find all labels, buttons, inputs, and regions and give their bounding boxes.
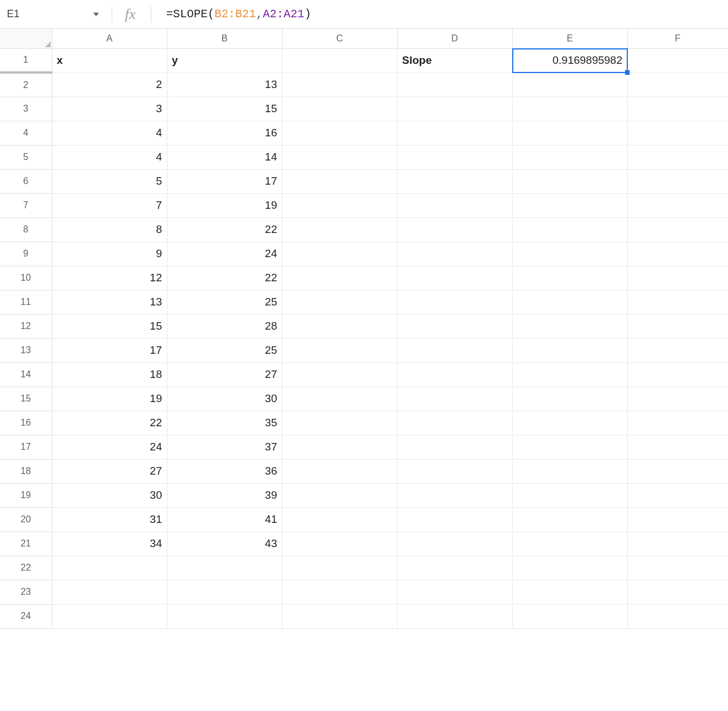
cell-C22[interactable] — [282, 556, 397, 580]
cell-F16[interactable] — [627, 411, 728, 435]
cell-D8[interactable] — [397, 217, 512, 242]
row-header-8[interactable]: 8 — [0, 217, 52, 242]
cell-A21[interactable]: 34 — [52, 532, 167, 556]
cell-E20[interactable] — [512, 507, 627, 532]
row-header-13[interactable]: 13 — [0, 338, 52, 362]
row-header-10[interactable]: 10 — [0, 266, 52, 290]
row-header-23[interactable]: 23 — [0, 580, 52, 604]
cell-B3[interactable]: 15 — [167, 97, 282, 121]
cell-E13[interactable] — [512, 338, 627, 362]
cell-B16[interactable]: 35 — [167, 411, 282, 435]
cell-E3[interactable] — [512, 97, 627, 121]
cell-E7[interactable] — [512, 193, 627, 217]
cell-E10[interactable] — [512, 266, 627, 290]
cell-F22[interactable] — [627, 556, 728, 580]
cell-D13[interactable] — [397, 338, 512, 362]
cell-A15[interactable]: 19 — [52, 387, 167, 411]
cell-D11[interactable] — [397, 290, 512, 314]
cell-E14[interactable] — [512, 362, 627, 387]
cell-F24[interactable] — [627, 604, 728, 628]
cell-E21[interactable] — [512, 532, 627, 556]
cell-D12[interactable] — [397, 314, 512, 338]
cell-A23[interactable] — [52, 580, 167, 604]
cell-A16[interactable]: 22 — [52, 411, 167, 435]
cell-A24[interactable] — [52, 604, 167, 628]
cell-A1[interactable]: x — [52, 48, 167, 72]
col-header-A[interactable]: A — [52, 29, 167, 48]
cell-C11[interactable] — [282, 290, 397, 314]
cell-E1[interactable]: 0.9169895982 — [512, 48, 627, 72]
cell-F2[interactable] — [627, 72, 728, 97]
cell-F19[interactable] — [627, 483, 728, 507]
cell-E22[interactable] — [512, 556, 627, 580]
cell-B6[interactable]: 17 — [167, 169, 282, 193]
cell-B18[interactable]: 36 — [167, 459, 282, 483]
cell-F3[interactable] — [627, 97, 728, 121]
cell-D14[interactable] — [397, 362, 512, 387]
cell-F20[interactable] — [627, 507, 728, 532]
cell-D5[interactable] — [397, 145, 512, 169]
cell-C13[interactable] — [282, 338, 397, 362]
cell-E4[interactable] — [512, 121, 627, 145]
cell-F13[interactable] — [627, 338, 728, 362]
cell-D23[interactable] — [397, 580, 512, 604]
cell-D9[interactable] — [397, 242, 512, 266]
cell-D16[interactable] — [397, 411, 512, 435]
dropdown-icon[interactable] — [93, 13, 99, 16]
cell-C16[interactable] — [282, 411, 397, 435]
cell-E24[interactable] — [512, 604, 627, 628]
cell-B12[interactable]: 28 — [167, 314, 282, 338]
col-header-C[interactable]: C — [282, 29, 397, 48]
cell-B5[interactable]: 14 — [167, 145, 282, 169]
cell-A18[interactable]: 27 — [52, 459, 167, 483]
cell-F15[interactable] — [627, 387, 728, 411]
cell-D20[interactable] — [397, 507, 512, 532]
cell-E23[interactable] — [512, 580, 627, 604]
cell-F18[interactable] — [627, 459, 728, 483]
cell-B14[interactable]: 27 — [167, 362, 282, 387]
cell-A4[interactable]: 4 — [52, 121, 167, 145]
cell-B22[interactable] — [167, 556, 282, 580]
row-header-9[interactable]: 9 — [0, 242, 52, 266]
cell-C17[interactable] — [282, 435, 397, 459]
cell-B7[interactable]: 19 — [167, 193, 282, 217]
cell-E5[interactable] — [512, 145, 627, 169]
name-box[interactable]: E1 — [7, 8, 99, 20]
cell-C24[interactable] — [282, 604, 397, 628]
selection-handle[interactable] — [625, 70, 630, 75]
cell-B15[interactable]: 30 — [167, 387, 282, 411]
cell-D7[interactable] — [397, 193, 512, 217]
cell-E2[interactable] — [512, 72, 627, 97]
cell-C23[interactable] — [282, 580, 397, 604]
cell-F8[interactable] — [627, 217, 728, 242]
cell-C20[interactable] — [282, 507, 397, 532]
cell-B24[interactable] — [167, 604, 282, 628]
row-header-6[interactable]: 6 — [0, 169, 52, 193]
cell-D19[interactable] — [397, 483, 512, 507]
cell-C12[interactable] — [282, 314, 397, 338]
cell-B8[interactable]: 22 — [167, 217, 282, 242]
cell-A17[interactable]: 24 — [52, 435, 167, 459]
cell-F12[interactable] — [627, 314, 728, 338]
cell-C15[interactable] — [282, 387, 397, 411]
cell-A22[interactable] — [52, 556, 167, 580]
cell-A7[interactable]: 7 — [52, 193, 167, 217]
cell-C19[interactable] — [282, 483, 397, 507]
cell-F17[interactable] — [627, 435, 728, 459]
cell-B4[interactable]: 16 — [167, 121, 282, 145]
cell-F23[interactable] — [627, 580, 728, 604]
cell-A11[interactable]: 13 — [52, 290, 167, 314]
row-header-24[interactable]: 24 — [0, 604, 52, 628]
cell-A20[interactable]: 31 — [52, 507, 167, 532]
cell-B1[interactable]: y — [167, 48, 282, 72]
cell-D15[interactable] — [397, 387, 512, 411]
cell-B2[interactable]: 13 — [167, 72, 282, 97]
row-header-20[interactable]: 20 — [0, 507, 52, 532]
cell-B11[interactable]: 25 — [167, 290, 282, 314]
col-header-D[interactable]: D — [397, 29, 512, 48]
cell-D21[interactable] — [397, 532, 512, 556]
cell-C6[interactable] — [282, 169, 397, 193]
cell-A3[interactable]: 3 — [52, 97, 167, 121]
cell-B10[interactable]: 22 — [167, 266, 282, 290]
cell-E16[interactable] — [512, 411, 627, 435]
